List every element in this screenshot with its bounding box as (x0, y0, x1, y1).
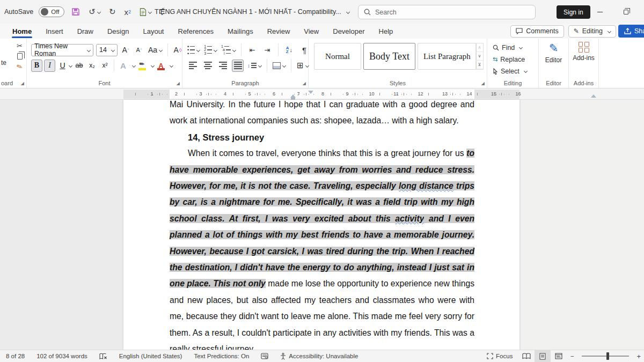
chevron-down-icon[interactable] (132, 63, 136, 67)
cut-icon[interactable]: ✂ (17, 42, 23, 50)
redo-icon[interactable]: ↻ (107, 4, 118, 19)
zoom-out-button[interactable]: − (567, 350, 577, 362)
paste-qat-icon[interactable] (138, 4, 153, 19)
tab-insert[interactable]: Insert (39, 24, 70, 39)
copy-icon[interactable] (17, 53, 23, 60)
highlight-color-button[interactable]: ✎ (137, 60, 148, 72)
tab-design[interactable]: Design (100, 24, 136, 39)
zoom-slider[interactable] (582, 356, 629, 357)
chevron-down-icon[interactable] (69, 63, 72, 67)
style-normal[interactable]: Normal (314, 43, 361, 70)
subscript-button[interactable]: x₂ (86, 60, 98, 72)
zoom-in-button[interactable]: + (633, 352, 644, 360)
horizontal-ruler[interactable]: ⌐ 12345678910111213141516 (0, 88, 644, 100)
change-case-button[interactable]: Aa (147, 44, 163, 56)
save-icon[interactable] (70, 4, 82, 19)
tab-mailings[interactable]: Mailings (221, 24, 260, 39)
font-color-button[interactable]: A (156, 60, 166, 72)
decrease-indent-button[interactable]: ⇤ (246, 44, 258, 56)
styles-scroll[interactable]: ∧ ∨ ⊻ (475, 43, 484, 70)
style-body-text[interactable]: Body Text (363, 43, 415, 70)
dialog-launcher-icon[interactable]: ◢ (21, 81, 24, 86)
styles-more-icon[interactable]: ⊻ (476, 61, 483, 69)
grammar-suggestion[interactable]: activity (395, 214, 424, 223)
text-effects-button[interactable]: A (118, 60, 129, 72)
increase-indent-button[interactable]: ⇥ (261, 44, 273, 56)
tab-home[interactable]: Home (5, 24, 39, 39)
dialog-launcher-icon[interactable]: ◢ (481, 81, 485, 86)
tab-help[interactable]: Help (372, 24, 400, 39)
dialog-launcher-icon[interactable]: ◢ (303, 81, 306, 86)
justify-button[interactable] (232, 60, 244, 72)
align-left-button[interactable] (187, 60, 199, 72)
borders-button[interactable]: ⊞ (296, 60, 309, 72)
autosave-toggle[interactable]: Off (39, 6, 64, 17)
numbering-button[interactable]: 123 (203, 44, 217, 56)
tab-layout[interactable]: Layout (136, 24, 171, 39)
paste-button-partial[interactable]: te (1, 59, 6, 67)
tab-references[interactable]: References (171, 24, 221, 39)
text-predictions[interactable]: Text Predictions: On (188, 350, 255, 362)
align-right-button[interactable] (217, 60, 229, 72)
bullets-button[interactable]: ••• (187, 44, 200, 56)
search-input[interactable]: Search (358, 5, 536, 19)
shading-button[interactable] (272, 60, 286, 72)
page-indicator[interactable]: 8 of 28 (0, 350, 31, 362)
styles-scroll-up-icon[interactable]: ∧ (476, 43, 483, 52)
zoom-slider-thumb[interactable] (606, 352, 609, 360)
addins-button[interactable]: Add-ins (569, 42, 598, 62)
restore-button[interactable] (615, 0, 636, 24)
clear-formatting-button[interactable]: A◊ (172, 44, 183, 56)
multilevel-list-button[interactable]: 1ai (221, 44, 236, 56)
find-button[interactable]: Find (493, 43, 527, 52)
document-text[interactable]: Mai University. In the future I hope tha… (170, 100, 474, 350)
chevron-down-icon[interactable] (151, 63, 155, 67)
proofing-icon[interactable] (93, 350, 113, 362)
bold-button[interactable]: B (31, 60, 42, 72)
styles-scroll-down-icon[interactable]: ∨ (476, 52, 483, 61)
read-mode-button[interactable] (518, 350, 535, 362)
document-title[interactable]: TIẾNG ANH CHUYÊN NGÀNH 1 - MỚI NHẤT - Co… (155, 0, 349, 24)
font-family-select[interactable]: Times New Roman (31, 44, 93, 56)
document-page[interactable]: Mai University. In the future I hope tha… (123, 100, 519, 350)
comments-button[interactable]: Comments (510, 25, 564, 38)
editing-mode-button[interactable]: ✎ Editing (568, 25, 616, 38)
undo-icon[interactable]: ↺ (87, 4, 102, 19)
word-count[interactable]: 102 of 9034 words (31, 350, 93, 362)
tab-review[interactable]: Review (260, 24, 297, 39)
line-spacing-button[interactable]: ↕ (247, 60, 262, 72)
web-layout-button[interactable] (551, 350, 567, 362)
share-button[interactable]: Share (618, 25, 644, 38)
style-list-paragraph[interactable]: List Paragraph (418, 43, 477, 70)
superscript-button[interactable]: x² (99, 60, 111, 72)
language-indicator[interactable]: English (United States) (113, 350, 188, 362)
grow-font-button[interactable]: Aˆ (120, 44, 131, 56)
editor-button[interactable]: ✎ Editor (539, 42, 568, 64)
focus-mode-button[interactable]: Focus (481, 350, 518, 362)
shrink-font-button[interactable]: Aˇ (134, 44, 144, 56)
select-button[interactable]: Select (493, 67, 527, 76)
tab-draw[interactable]: Draw (70, 24, 100, 39)
right-indent-marker[interactable] (591, 94, 596, 98)
autosaved-icon[interactable] (255, 350, 274, 362)
tab-developer[interactable]: Developer (326, 24, 371, 39)
sign-in-button[interactable]: Sign in (557, 5, 590, 19)
font-size-select[interactable]: 14 (96, 44, 118, 56)
grammar-suggestion[interactable]: long distance (399, 181, 453, 190)
replace-button[interactable]: ⇆ Replace (493, 55, 527, 64)
first-line-indent-marker[interactable] (308, 91, 313, 94)
align-center-button[interactable] (202, 60, 214, 72)
print-layout-button[interactable] (535, 350, 551, 362)
subscript-qat-icon[interactable]: x2 (123, 4, 133, 19)
format-painter-icon[interactable]: ✎ (16, 62, 24, 72)
dialog-launcher-icon[interactable]: ◢ (177, 81, 180, 86)
minimize-button[interactable]: ─ (589, 0, 611, 24)
tab-view[interactable]: View (297, 24, 326, 39)
accessibility-status[interactable]: Accessibility: Unavailable (274, 350, 364, 362)
italic-button[interactable]: I (44, 60, 55, 72)
strikethrough-button[interactable]: ab (74, 60, 85, 72)
underline-button[interactable]: U (57, 60, 68, 72)
sort-button[interactable]: AZ↓ (283, 44, 295, 56)
chevron-down-icon[interactable] (170, 63, 173, 67)
grammar-suggestion[interactable]: really stressful (170, 344, 223, 350)
